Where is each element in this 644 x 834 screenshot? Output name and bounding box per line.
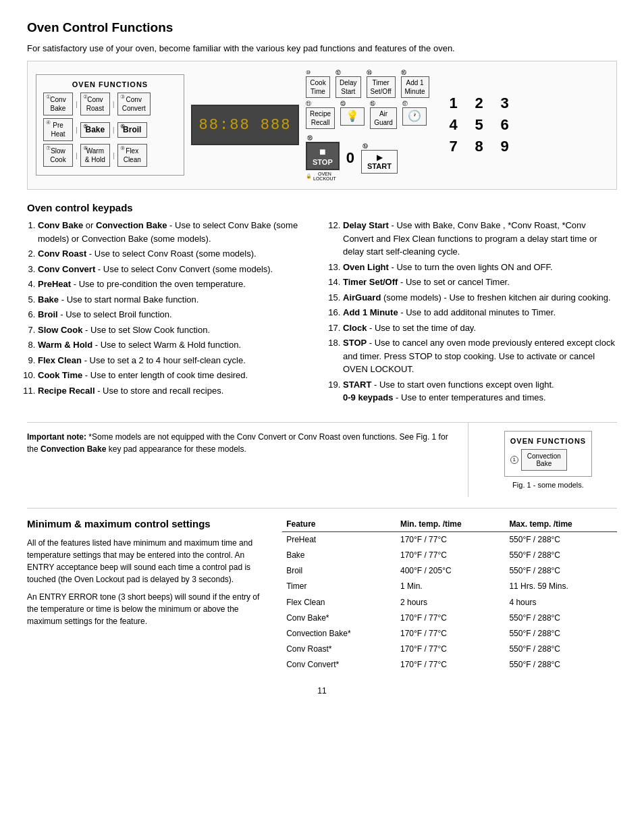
cell-max: 4 hours	[505, 595, 617, 610]
list-item-5: Bake - Use to start normal Bake function…	[38, 293, 312, 307]
page-number: 11	[27, 686, 617, 696]
cell-min: 170°F / 77°C	[396, 642, 505, 657]
keypads-list-left: Conv Bake or Convection Bake - Use to se…	[27, 219, 312, 397]
ctrl-cook-time[interactable]: ⑩ CookTime	[306, 70, 330, 98]
num-9[interactable]: 9	[494, 138, 516, 155]
ctrl-delay-start[interactable]: ⑫ DelayStart	[336, 70, 361, 98]
table-row: PreHeat 170°F / 77°C 550°F / 288°C	[282, 531, 617, 548]
min-max-desc2: An ENTRY ERROR tone (3 short beeps) will…	[27, 591, 266, 627]
key-slow-cook[interactable]: ⑦ SlowCook	[43, 144, 73, 167]
list-item-11: Recipe Recall - Use to store and recall …	[38, 384, 312, 398]
stop-button[interactable]: ⑱ ■ STOP 🔒 OVENLOCKOUT	[306, 134, 340, 181]
number-pad: 1 2 3 4 5 6 7 8 9	[443, 95, 516, 155]
col-max: Max. temp. /time	[505, 517, 617, 532]
min-max-text: Minimum & maximum control settings All o…	[27, 517, 266, 673]
table-row: Convection Bake* 170°F / 77°C 550°F / 28…	[282, 626, 617, 642]
ctrl-add-1-min[interactable]: ⑯ Add 1Minute	[401, 70, 429, 98]
num-6[interactable]: 6	[494, 116, 516, 134]
key-broil[interactable]: ⑥ Broil	[117, 122, 147, 138]
fig-functions-box: OVEN FUNCTIONS 1 ConvectionBake	[504, 431, 592, 477]
col-feature: Feature	[282, 517, 396, 532]
keypads-title: Oven control keypads	[27, 202, 617, 213]
cell-min: 170°F / 77°C	[396, 531, 505, 548]
oven-lockout-label: OVENLOCKOUT	[313, 172, 336, 181]
key-flex-clean[interactable]: ⑨ FlexClean	[117, 144, 147, 167]
key-divider-5: |	[76, 151, 78, 159]
min-max-title: Minimum & maximum control settings	[27, 517, 266, 532]
cell-feature: Broil	[282, 563, 396, 579]
list-item-7: Slow Cook - Use to set Slow Cook functio…	[38, 323, 312, 337]
cell-max: 550°F / 288°C	[505, 626, 617, 642]
cell-min: 170°F / 77°C	[396, 657, 505, 673]
cell-feature: Conv Convert*	[282, 657, 396, 673]
list-item-9: Flex Clean - Use to set a 2 to 4 hour se…	[38, 354, 312, 367]
cell-feature: PreHeat	[282, 531, 396, 548]
num-8[interactable]: 8	[468, 138, 490, 155]
table-row: Timer 1 Min. 11 Hrs. 59 Mins.	[282, 579, 617, 594]
settings-table: Feature Min. temp. /time Max. temp. /tim…	[282, 517, 617, 673]
ctrl-row-top: ⑩ CookTime ⑫ DelayStart ⑭ TimerSet/Off ⑯…	[306, 70, 429, 98]
important-note: Important note: *Some models are not equ…	[27, 423, 468, 497]
num-7[interactable]: 7	[443, 138, 464, 155]
list-item-17: Clock - Use to set the time of day.	[343, 321, 617, 335]
num-4[interactable]: 4	[443, 116, 464, 134]
list-item-8: Warm & Hold - Use to select Warm & Hold …	[38, 338, 312, 352]
start-label[interactable]: ▶ START	[361, 150, 398, 174]
zero-key[interactable]: 0	[344, 149, 357, 167]
key-pre-heat[interactable]: ④ PreHeat	[43, 118, 73, 141]
fig-section: OVEN FUNCTIONS 1 ConvectionBake Fig. 1 -…	[468, 423, 617, 497]
bottom-section: Important note: *Some models are not equ…	[27, 422, 617, 497]
table-body: PreHeat 170°F / 77°C 550°F / 288°C Bake …	[282, 531, 617, 673]
keypads-right: Delay Start - Use with Bake, Conv Bake ,…	[332, 219, 617, 411]
ctrl-timer-set-off[interactable]: ⑭ TimerSet/Off	[367, 70, 396, 98]
key-warm-hold[interactable]: ⑧ Warm& Hold	[80, 144, 110, 167]
num-3[interactable]: 3	[494, 95, 516, 112]
ctrl-recipe-recall[interactable]: ⑪ RecipeRecall	[306, 101, 335, 129]
display-text: 88:88 888	[199, 117, 292, 134]
ctrl-row-bottom: ⑪ RecipeRecall ⑬ 💡 ⑮ AirGuard ⑰ 🕐	[306, 101, 429, 129]
key-conv-roast[interactable]: ② ConvRoast	[80, 93, 110, 115]
keypads-content: Conv Bake or Convection Bake - Use to se…	[27, 219, 617, 411]
list-item-14: Timer Set/Off - Use to set or cancel Tim…	[343, 276, 617, 289]
table-row: Flex Clean 2 hours 4 hours	[282, 595, 617, 610]
stop-label[interactable]: ■ STOP	[306, 142, 340, 170]
table-header-row: Feature Min. temp. /time Max. temp. /tim…	[282, 517, 617, 532]
ctrl-air-guard[interactable]: ⑮ AirGuard	[370, 101, 397, 129]
key-conv-convert[interactable]: ③ ConvConvert	[117, 93, 151, 115]
start-button[interactable]: ⑲ ▶ START	[361, 142, 398, 174]
list-item-15: AirGuard (some models) - Use to freshen …	[343, 291, 617, 305]
key-divider-1: |	[76, 100, 78, 108]
num-2[interactable]: 2	[468, 95, 490, 112]
fig-convection-bake-key[interactable]: ConvectionBake	[521, 449, 567, 471]
cell-feature: Bake	[282, 548, 396, 563]
key-bake[interactable]: ⑤ Bake	[80, 122, 110, 138]
display-screen: 88:88 888	[191, 105, 299, 145]
list-item-16: Add 1 Minute - Use to add additonal minu…	[343, 306, 617, 319]
key-divider-2: |	[113, 100, 115, 108]
fig-functions-title: OVEN FUNCTIONS	[510, 437, 586, 445]
table-row: Bake 170°F / 77°C 550°F / 288°C	[282, 548, 617, 563]
cell-max: 550°F / 288°C	[505, 548, 617, 563]
ctrl-oven-light[interactable]: ⑬ 💡	[340, 101, 365, 126]
min-max-table: Feature Min. temp. /time Max. temp. /tim…	[282, 517, 617, 673]
page-title: Oven Control Functions	[27, 20, 617, 35]
num-5[interactable]: 5	[468, 116, 490, 134]
list-item-10: Cook Time - Use to enter length of cook …	[38, 369, 312, 382]
important-note-text: Important note: *Some models are not equ…	[27, 431, 457, 455]
list-item-12: Delay Start - Use with Bake, Conv Bake ,…	[343, 219, 617, 259]
keypads-list-right: Delay Start - Use with Bake, Conv Bake ,…	[332, 219, 617, 405]
key-conv-bake[interactable]: ① ConvBake	[43, 93, 73, 115]
key-divider-6: |	[113, 151, 115, 159]
col-min: Min. temp. /time	[396, 517, 505, 532]
list-item-13: Oven Light - Use to turn the oven lights…	[343, 261, 617, 274]
oven-functions-box: OVEN FUNCTIONS ① ConvBake | ② ConvRoast …	[36, 74, 184, 176]
cell-min: 1 Min.	[396, 579, 505, 594]
ctrl-clock[interactable]: ⑰ 🕐	[402, 101, 427, 126]
num-1[interactable]: 1	[443, 95, 464, 112]
cell-min: 2 hours	[396, 595, 505, 610]
list-item-3: Conv Convert - Use to select Conv Conver…	[38, 263, 312, 276]
table-row: Conv Bake* 170°F / 77°C 550°F / 288°C	[282, 610, 617, 626]
cell-feature: Conv Bake*	[282, 610, 396, 626]
table-row: Conv Convert* 170°F / 77°C 550°F / 288°C	[282, 657, 617, 673]
cell-min: 170°F / 77°C	[396, 548, 505, 563]
